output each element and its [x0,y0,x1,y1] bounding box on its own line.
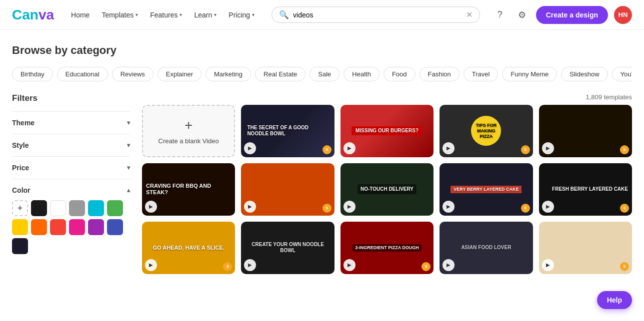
templates-grid: + Create a blank Video THE SECRET OF A G… [142,105,632,274]
color-yellow-swatch[interactable] [12,219,28,235]
chevron-down-icon: ▾ [214,12,216,17]
filter-color: Color ▴ + [12,179,130,261]
nav-home[interactable]: Home [66,8,94,22]
play-button[interactable]: ▶ [442,142,454,154]
nav-templates[interactable]: Templates ▾ [96,8,143,22]
avatar[interactable]: HN [614,6,632,24]
plus-icon: + [184,117,192,133]
template-card[interactable]: ▶ $ [539,105,632,157]
canva-logo[interactable]: Canva [12,7,54,23]
play-button[interactable]: ▶ [442,201,454,213]
cat-fashion[interactable]: Fashion [420,67,460,81]
search-bar: 🔍 ✕ [272,6,480,23]
color-grid: + [12,200,130,254]
cat-birthday[interactable]: Birthday [12,67,53,81]
settings-icon[interactable]: ⚙ [514,7,530,23]
template-card[interactable]: FRESH BERRY LAYERED CAKE ▶ $ [539,163,632,216]
template-card[interactable]: THE SECRET OF A GOOD NOODLE BOWL ▶ $ [241,105,334,157]
search-input[interactable] [293,11,462,19]
template-card[interactable]: Asian Food Lover ▶ [440,222,532,274]
template-card[interactable]: TIPS FOR MAKING PIZZA ▶ $ [440,105,532,157]
color-dark-swatch[interactable] [12,238,28,254]
cat-health[interactable]: Health [344,67,380,81]
create-design-button[interactable]: Create a design [536,6,608,24]
filter-color-label: Color [12,186,30,194]
play-button[interactable]: ▶ [542,201,554,213]
nav-learn[interactable]: Learn ▾ [189,8,222,22]
color-teal-swatch[interactable] [88,200,104,216]
filter-price-label: Price [12,164,29,172]
pro-badge: $ [322,204,332,213]
chevron-down-icon: ▾ [127,119,130,126]
color-red-swatch[interactable] [50,219,66,235]
nav-features[interactable]: Features ▾ [145,8,187,22]
chevron-down-icon: ▾ [180,12,182,17]
cat-youtube-intros[interactable]: YouTube Intros [612,67,632,81]
cat-food[interactable]: Food [384,67,416,81]
cat-marketing[interactable]: Marketing [206,67,251,81]
chevron-down-icon: ▾ [136,12,138,17]
color-black-swatch[interactable] [31,200,47,216]
color-white-swatch[interactable] [50,200,66,216]
filter-color-header[interactable]: Color ▴ [12,186,130,194]
template-card[interactable]: CRAVING FOR BBQ AND STEAK? ▶ [142,163,235,216]
help-icon[interactable]: ? [492,7,508,23]
color-purple-swatch[interactable] [88,219,104,235]
cat-slideshow[interactable]: Slideshow [561,67,608,81]
play-button[interactable]: ▶ [542,142,554,154]
play-button[interactable]: ▶ [344,142,356,154]
pro-badge: $ [521,204,530,213]
chevron-down-icon: ▾ [127,142,130,149]
filter-theme: Theme ▾ [12,111,130,134]
color-blue-swatch[interactable] [107,219,123,235]
nav-pricing[interactable]: Pricing ▾ [224,8,260,22]
cat-sale[interactable]: Sale [310,67,340,81]
cat-travel[interactable]: Travel [464,67,498,81]
template-card[interactable]: MISSING OUR BURGERS? ▶ [340,105,434,157]
page-title: Browse by category [12,44,632,57]
color-gray-swatch[interactable] [69,200,85,216]
play-button[interactable]: ▶ [542,259,554,271]
cat-educational[interactable]: Educational [57,67,108,81]
cat-real-estate[interactable]: Real Estate [255,67,306,81]
main-nav: Home Templates ▾ Features ▾ Learn ▾ Pric… [66,8,260,22]
cat-funny-meme[interactable]: Funny Meme [502,67,557,81]
content-area: Filters Theme ▾ Style ▾ Price ▾ [12,93,632,274]
play-button[interactable]: ▶ [442,259,454,271]
chevron-down-icon: ▾ [252,12,254,17]
play-button[interactable]: ▶ [244,201,256,213]
filter-style: Style ▾ [12,134,130,156]
create-blank-label: Create a blank Video [158,137,219,145]
cat-reviews[interactable]: Reviews [112,67,154,81]
create-blank-card[interactable]: + Create a blank Video [142,105,235,157]
color-pink-swatch[interactable] [69,219,85,235]
template-count: 1,809 templates [142,93,632,101]
pro-badge: $ [223,262,232,271]
play-button[interactable]: ▶ [145,259,157,271]
color-orange-swatch[interactable] [31,219,47,235]
template-card[interactable]: ▶ $ [539,222,632,274]
color-custom-swatch[interactable]: + [12,200,28,216]
template-card[interactable]: ▶ $ [241,163,334,216]
template-card[interactable]: No-touch Delivery ▶ [340,163,434,216]
play-button[interactable]: ▶ [344,201,356,213]
chevron-up-icon: ▴ [127,187,130,194]
template-card[interactable]: 3-Ingredient Pizza Dough ▶ $ [340,222,434,274]
filter-style-label: Style [12,141,28,149]
color-green-swatch[interactable] [107,200,123,216]
play-button[interactable]: ▶ [244,259,256,271]
cat-explainer[interactable]: Explainer [158,67,202,81]
search-clear-icon[interactable]: ✕ [466,10,472,19]
header: Canva Home Templates ▾ Features ▾ Learn … [0,0,644,30]
filter-style-header[interactable]: Style ▾ [12,141,130,149]
play-button[interactable]: ▶ [344,259,356,271]
template-card[interactable]: Create your own Noodle Bowl ▶ [241,222,334,274]
template-card[interactable]: VERY BERRY LAYERED CAKE ▶ $ [440,163,532,216]
filters-title: Filters [12,93,130,103]
play-button[interactable]: ▶ [145,201,157,213]
search-icon: 🔍 [279,10,289,19]
template-card[interactable]: GO AHEAD, HAVE A SLICE. ▶ $ [142,222,235,274]
filter-price-header[interactable]: Price ▾ [12,164,130,172]
sidebar: Filters Theme ▾ Style ▾ Price ▾ [12,93,142,274]
filter-theme-header[interactable]: Theme ▾ [12,119,130,127]
